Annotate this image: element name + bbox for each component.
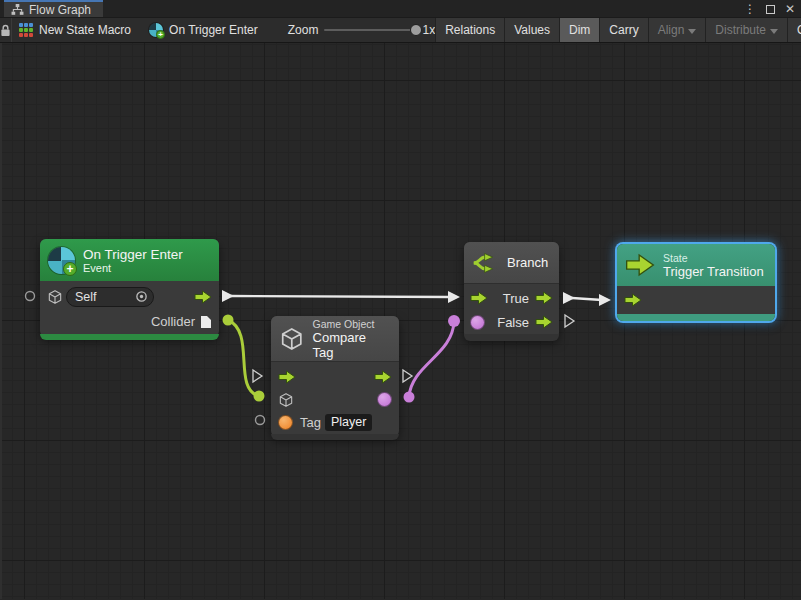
node-title: Compare Tag (313, 330, 389, 360)
window-close-icon[interactable]: ✕ (785, 3, 795, 15)
window-menu-icon[interactable]: ⋮ (744, 3, 756, 15)
self-object-field[interactable]: Self (66, 287, 154, 307)
macro-grid-icon (19, 23, 33, 37)
true-flow-output-port[interactable] (535, 291, 553, 305)
unconnected-tag-port-hint[interactable] (256, 416, 265, 425)
game-object-cube-icon (279, 326, 305, 352)
tag-input-label: Tag (300, 415, 321, 430)
event-breadcrumb-label: On Trigger Enter (169, 23, 258, 37)
distribute-dropdown-button[interactable]: Distribute (705, 18, 787, 42)
node-footer (40, 334, 219, 340)
collider-output-label: Collider (151, 314, 195, 329)
overview-button[interactable]: Overview (787, 18, 801, 42)
node-compare-tag[interactable]: Game Object Compare Tag (271, 316, 399, 437)
value-wire-collider-to-compare-tag[interactable] (223, 315, 265, 402)
node-header: Game Object Compare Tag (271, 316, 399, 362)
zoom-label: Zoom (288, 23, 319, 37)
graph-toolbar: New State Macro + On Trigger Enter Zoom … (0, 18, 801, 43)
graph-hierarchy-icon (11, 4, 24, 15)
flow-output-port[interactable] (374, 370, 392, 384)
node-category: State (663, 252, 764, 264)
game-object-input-port[interactable] (278, 392, 294, 408)
zoom-value: 1x (422, 23, 435, 37)
node-title: Branch (507, 255, 548, 270)
new-state-macro-label: New State Macro (39, 23, 131, 37)
flow-wire-event-to-branch[interactable] (222, 290, 460, 303)
toolbar-right-group: Relations Values Dim Carry Align Distrib… (435, 18, 801, 42)
true-output-label: True (503, 291, 529, 306)
node-footer (464, 334, 559, 341)
dim-button[interactable]: Dim (559, 18, 599, 42)
relations-button[interactable]: Relations (435, 18, 504, 42)
unconnected-false-flow-hint[interactable] (565, 315, 574, 327)
zoom-slider[interactable] (324, 29, 416, 31)
bool-output-port[interactable] (377, 392, 392, 407)
flow-input-port[interactable] (624, 293, 642, 307)
tag-value-field[interactable]: Player (325, 414, 372, 431)
node-on-trigger-enter[interactable]: + On Trigger Enter Event Self (40, 239, 219, 337)
event-pie-icon: + (149, 23, 163, 37)
node-category: Game Object (313, 318, 389, 330)
dropdown-caret-icon (688, 29, 696, 34)
graph-canvas[interactable]: + On Trigger Enter Event Self (0, 43, 801, 599)
false-flow-output-port[interactable] (535, 315, 553, 329)
flow-input-port[interactable] (470, 291, 488, 305)
bool-wire-compare-tag-to-branch[interactable] (404, 315, 461, 403)
flow-wire-branch-to-state[interactable] (563, 292, 611, 306)
node-title: On Trigger Enter (83, 247, 183, 262)
flow-input-port[interactable] (278, 370, 296, 384)
unconnected-flow-in-hint[interactable] (253, 370, 262, 382)
tab-strip: Flow Graph ⋮ ✕ (0, 0, 801, 18)
event-pie-icon: + (48, 247, 75, 274)
zoom-control: Zoom 1x (288, 18, 435, 42)
unconnected-object-port-hint[interactable] (26, 292, 35, 301)
values-button[interactable]: Values (504, 18, 559, 42)
unconnected-flow-out-hint[interactable] (403, 370, 412, 382)
branch-icon (472, 251, 499, 275)
align-dropdown-button[interactable]: Align (648, 18, 706, 42)
node-title: Trigger Transition (663, 264, 764, 279)
tag-string-input-port[interactable] (278, 415, 293, 430)
zoom-slider-handle[interactable] (410, 24, 422, 36)
node-footer (271, 434, 399, 440)
window-controls: ⋮ ✕ (744, 0, 795, 18)
flow-output-port[interactable] (194, 290, 212, 304)
node-branch[interactable]: Branch True False (464, 242, 559, 339)
new-state-macro-button[interactable]: New State Macro (13, 18, 137, 42)
game-object-cube-icon (47, 289, 63, 305)
node-footer (617, 314, 775, 321)
node-category: Event (83, 262, 183, 274)
node-header: State Trigger Transition (617, 244, 775, 286)
self-field-value: Self (75, 290, 97, 304)
false-output-label: False (497, 315, 529, 330)
tab-title: Flow Graph (29, 3, 91, 17)
flow-graph-tab[interactable]: Flow Graph (4, 0, 103, 17)
object-picker-target-icon[interactable] (135, 290, 148, 303)
event-breadcrumb-button[interactable]: + On Trigger Enter (143, 18, 264, 42)
node-header: Branch (464, 242, 559, 284)
node-header: + On Trigger Enter Event (40, 239, 219, 281)
dropdown-caret-icon (770, 29, 778, 34)
node-trigger-transition[interactable]: State Trigger Transition (617, 244, 775, 321)
lock-icon (0, 24, 11, 37)
condition-bool-input-port[interactable] (470, 315, 485, 330)
state-transition-arrow-icon (625, 253, 655, 277)
carry-button[interactable]: Carry (599, 18, 647, 42)
collider-output-port[interactable] (200, 315, 212, 329)
lock-button[interactable] (0, 18, 12, 42)
flow-graph-window: Flow Graph ⋮ ✕ New State Macro + On Trig (0, 0, 801, 600)
window-maximize-icon[interactable] (766, 5, 775, 14)
